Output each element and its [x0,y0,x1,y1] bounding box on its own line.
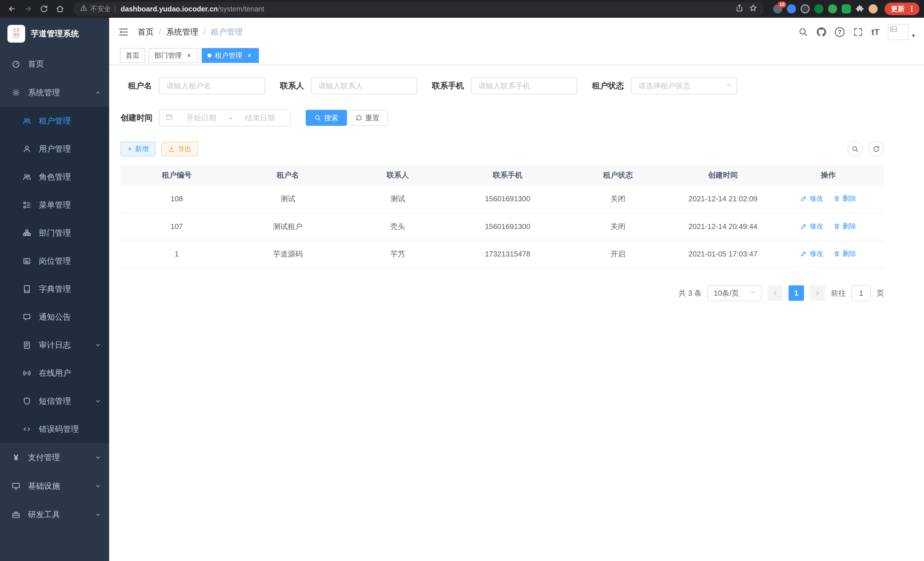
search-icon[interactable] [798,27,808,37]
share-icon[interactable] [735,4,743,14]
filter-create-time: 创建时间 开始日期 - 结束日期 [121,109,291,126]
sidebar-item-error-code[interactable]: 错误码管理 [0,415,109,443]
extension-icon-blue[interactable] [787,4,796,14]
user-avatar-menu[interactable]: ▼ [888,24,916,40]
sidebar-item-menu[interactable]: 菜单管理 [0,191,109,219]
font-size-icon[interactable]: tT [872,27,879,37]
bookmark-star-icon[interactable] [749,4,757,14]
browser-profile-avatar[interactable] [868,4,878,14]
filter-row-2: 创建时间 开始日期 - 结束日期 搜索 重置 [121,109,884,126]
breadcrumb-home[interactable]: 首页 [138,27,154,38]
table-header-row: 租户编号 租户名 联系人 联系手机 租户状态 创建时间 操作 [121,165,884,185]
cell-actions: 修改 删除 [772,213,884,240]
edit-link[interactable]: 修改 [800,222,823,231]
extensions-puzzle-icon[interactable] [855,5,864,13]
cell-status: 关闭 [562,185,673,213]
sidebar-item-system[interactable]: 系统管理 [0,78,109,107]
help-icon[interactable]: ? [835,27,844,37]
app-title: 芋道管理系统 [31,28,79,39]
phone-input[interactable] [471,77,577,94]
app-logo[interactable]: 芋道管理系统 [0,18,109,50]
filter-label: 创建时间 [121,112,152,123]
url-path: /system/tenant [218,5,264,13]
sidebar-item-dept[interactable]: 部门管理 [0,219,109,247]
kebab-menu-icon[interactable]: ⋮ [908,5,915,13]
search-button[interactable]: 搜索 [306,110,347,126]
goto-label: 前往 [831,288,846,298]
gear-icon [11,88,21,97]
refresh-button[interactable] [868,141,884,157]
sidebar-item-payment[interactable]: ¥ 支付管理 [0,443,109,472]
sidebar-item-post[interactable]: 岗位管理 [0,247,109,275]
sidebar-item-notice[interactable]: 通知公告 [0,303,109,331]
export-button-label: 导出 [178,144,191,153]
back-icon[interactable] [4,2,20,16]
edit-link[interactable]: 修改 [800,249,823,258]
forward-icon[interactable] [21,2,35,16]
edit-link[interactable]: 修改 [800,194,823,203]
sidebar-item-label: 字典管理 [39,284,71,295]
extension-icon-darkgreen[interactable] [814,4,824,14]
browser-update-button[interactable]: 更新 ⋮ [885,3,920,15]
breadcrumb-system[interactable]: 系统管理 [166,27,198,38]
address-bar[interactable]: 不安全 dashboard.yudao.iocoder.cn/system/te… [73,2,764,16]
sidebar-item-infra[interactable]: 基础设施 [0,472,109,500]
security-warning-icon[interactable] [80,4,87,14]
chevron-down-icon [95,483,101,489]
extension-icon-ring[interactable] [801,4,810,14]
sidebar-item-tenant[interactable]: 租户管理 [0,107,109,135]
prev-page-button[interactable] [767,285,783,301]
tab-home[interactable]: 首页 [120,48,145,63]
sidebar-item-sms[interactable]: 短信管理 [0,387,109,415]
sidebar-item-label: 首页 [28,59,44,69]
fullscreen-icon[interactable] [853,27,863,37]
date-range-picker[interactable]: 开始日期 - 结束日期 [159,109,291,126]
page-number-current[interactable]: 1 [789,285,804,301]
header-actions: ? tT ▼ [798,24,916,40]
chevron-down-icon [95,511,101,518]
tab-tenant[interactable]: 租户管理 × [202,48,259,63]
sidebar: 芋道管理系统 首页 系统管理 租户管理 [0,18,109,561]
book-icon [22,285,32,293]
tenant-table: 租户编号 租户名 联系人 联系手机 租户状态 创建时间 操作 108 测试 [121,165,884,268]
next-page-button[interactable] [810,285,825,301]
sidebar-item-audit-log[interactable]: 审计日志 [0,331,109,359]
tenant-name-input[interactable] [159,77,265,94]
delete-link[interactable]: 删除 [833,194,856,203]
sidebar-item-online-user[interactable]: 在线用户 [0,359,109,387]
chevron-down-icon [750,289,757,298]
sidebar-item-devtools[interactable]: 研发工具 [0,500,109,529]
page-size-select[interactable]: 10条/页 [707,285,762,301]
extension-badge: 10 [778,2,786,8]
tab-active-dot [207,53,212,57]
status-select[interactable]: 请选择租户状态 [631,77,737,94]
tab-dept[interactable]: 部门管理 × [148,48,198,63]
add-button[interactable]: + 新增 [121,141,155,156]
contact-input[interactable] [311,77,417,94]
tags-view-bar: 首页 部门管理 × 租户管理 × [109,46,924,65]
sidebar-item-role[interactable]: 角色管理 [0,163,109,191]
delete-link[interactable]: 删除 [833,222,856,231]
extension-icon-green[interactable] [828,4,837,14]
extension-icon-badged[interactable]: 10 [773,4,782,14]
reset-button[interactable]: 重置 [347,110,388,126]
cell-status: 关闭 [562,213,673,240]
sidebar-item-dict[interactable]: 字典管理 [0,275,109,303]
sidebar-toggle-icon[interactable] [109,18,138,46]
chevron-down-icon [95,454,101,461]
export-button[interactable]: 导出 [161,141,198,156]
cell-actions: 修改 删除 [772,240,884,268]
tab-close-icon[interactable]: × [185,52,193,59]
home-icon[interactable] [52,2,68,16]
tab-close-icon[interactable]: × [246,52,253,59]
cell-contact: 芋艿 [343,240,453,268]
github-icon[interactable] [817,27,826,37]
delete-link[interactable]: 删除 [833,249,856,258]
reload-icon[interactable] [37,2,51,16]
sidebar-item-user[interactable]: 用户管理 [0,135,109,163]
goto-page-input[interactable] [851,285,871,301]
extension-icon-green-square[interactable] [842,4,851,14]
sidebar-item-home[interactable]: 首页 [0,50,109,78]
toggle-search-button[interactable] [848,141,863,157]
code-icon [22,425,32,433]
